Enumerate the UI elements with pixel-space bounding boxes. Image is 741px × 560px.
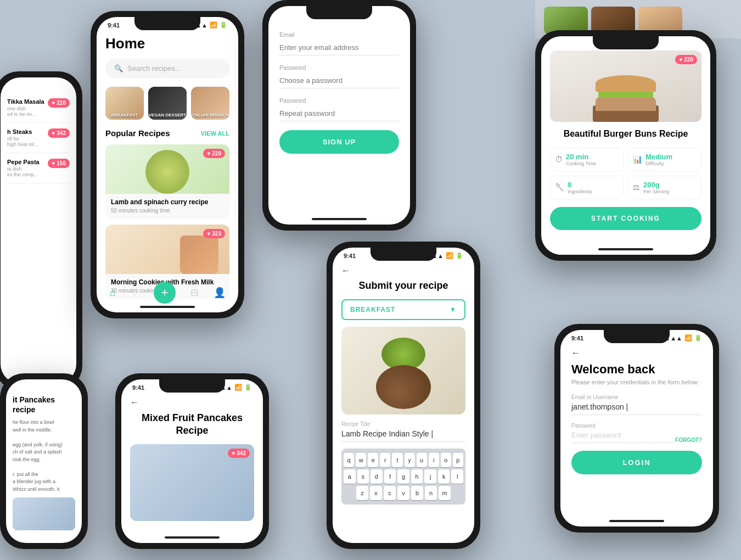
back-button[interactable]: ← [571, 348, 702, 358]
home-indicator [312, 218, 367, 220]
recipe-name: Pepe Pasta [7, 159, 40, 165]
keyboard: q w e r t y u i o p a s d f g h [341, 449, 465, 505]
login-screen: 9:41 ▲▲▲ 📶 🔋 ← Welcome back Please enter… [560, 330, 713, 527]
keyboard-row-1: q w e r t y u i o p [344, 453, 463, 467]
key-g[interactable]: g [397, 469, 409, 484]
favorites-nav-icon[interactable]: ♡ [130, 287, 139, 299]
key-w[interactable]: w [356, 453, 366, 467]
recipe-card-1[interactable]: ♥ 220 Lamb and spinach curry recipe 50 m… [105, 144, 229, 219]
recipe-name: Beautiful Burger Buns Recipe [550, 128, 701, 140]
key-u[interactable]: u [417, 453, 427, 467]
repeat-input[interactable] [279, 106, 399, 121]
recipe-desc: ta dishes the comp... [7, 166, 40, 177]
key-b[interactable]: b [411, 486, 423, 500]
key-j[interactable]: j [424, 469, 436, 484]
password-input[interactable]: Enter password [571, 431, 675, 443]
key-i[interactable]: i [429, 453, 439, 467]
notch [306, 6, 372, 19]
like-badge: ♥ 156 [48, 159, 70, 168]
recipe-desc: rill forhigh heat oil... [7, 136, 38, 147]
phone-pancakes: 9:41 ▲▲▲ 📶 🔋 ← Mixed Fruit Pancakes Reci… [115, 373, 269, 549]
phone-left-partial: Tikka Masala one dished to be on... ♥ 22… [0, 71, 82, 390]
pancakes-title: Mixed Fruit Pancakes Recipe [130, 412, 254, 438]
category-italian[interactable]: ITALIAN BRUNCH [191, 87, 229, 120]
list-item: Pepe Pasta ta dishes the comp... ♥ 156 [7, 153, 70, 183]
time: 9:41 [571, 335, 583, 341]
add-nav-button[interactable]: + [154, 282, 176, 304]
category-breakfast[interactable]: BREAKFAST [105, 87, 144, 120]
keyboard-row-3: z x c v b n m [344, 486, 463, 500]
signup-button[interactable]: SIGN UP [279, 130, 399, 154]
layers-nav-icon[interactable]: ⊟ [190, 287, 199, 299]
key-d[interactable]: d [370, 469, 383, 484]
popular-title: Popular Recipes [105, 128, 170, 138]
email-input[interactable] [279, 40, 399, 55]
profile-nav-icon[interactable]: 👤 [214, 287, 226, 299]
key-m[interactable]: m [439, 486, 451, 500]
like-badge: ♥ 220 [48, 98, 70, 108]
bottom-nav: ⌂ ♡ + ⊟ 👤 [97, 282, 238, 304]
recipe-title-input[interactable]: Lamb Recipe Indian Style | [341, 429, 465, 442]
recipe-partial-image [13, 497, 75, 530]
forgot-password-link[interactable]: FORGOT? [675, 437, 702, 443]
search-icon: 🔍 [114, 64, 123, 72]
key-c[interactable]: c [384, 486, 396, 500]
recipe-name: Tikka Masala [7, 98, 44, 105]
recipe-image: ♥ 220 [550, 51, 701, 122]
phone-detail: ♥ 220 Beautiful Burger Buns Recipe ⏱ 20 … [535, 30, 716, 261]
pancakes-content: ← Mixed Fruit Pancakes Recipe ♥ 342 [121, 393, 263, 525]
food-image [180, 236, 218, 274]
key-p[interactable]: p [453, 453, 463, 467]
key-f[interactable]: f [384, 469, 396, 484]
home-screen: 9:41 ▲▲▲ 📶 🔋 Home 🔍 Search recipes... BR… [97, 17, 238, 312]
food-image [145, 150, 189, 194]
recipe-partial-text: he flour into a bowlwell in the middle. … [13, 419, 75, 493]
password-label: Password [571, 423, 702, 429]
home-nav-icon[interactable]: ⌂ [109, 287, 115, 299]
category-vegan[interactable]: VEGAN DESSERT [148, 87, 187, 120]
stat-label: Difficulty [645, 161, 672, 166]
key-a[interactable]: a [344, 469, 356, 484]
key-z[interactable]: z [356, 486, 368, 500]
battery-icon: 🔋 [244, 384, 252, 391]
email-label: Email [279, 31, 399, 38]
back-button[interactable]: ← [341, 266, 465, 276]
view-all-button[interactable]: VIEW ALL [201, 130, 229, 137]
category-row: BREAKFAST VEGAN DESSERT ITALIAN BRUNCH [105, 87, 229, 120]
keyboard-row-2: a s d f g h j k l [344, 469, 463, 484]
key-e[interactable]: e [368, 453, 378, 467]
key-n[interactable]: n [425, 486, 437, 500]
key-o[interactable]: o [441, 453, 451, 467]
back-button[interactable]: ← [130, 397, 254, 407]
key-k[interactable]: k [438, 469, 450, 484]
list-item: h Steaks rill forhigh heat oil... ♥ 342 [7, 123, 70, 153]
login-button[interactable]: LOGIN [571, 451, 702, 474]
recipe-title-label: Recipe Title [341, 421, 465, 427]
email-group: Email [279, 31, 399, 55]
key-r[interactable]: r [380, 453, 390, 467]
email-input[interactable]: janet.thompson | [571, 402, 702, 415]
notch [593, 36, 659, 49]
key-s[interactable]: s [357, 469, 369, 484]
key-h[interactable]: h [411, 469, 423, 484]
difficulty-icon: 📊 [633, 155, 642, 164]
key-t[interactable]: t [392, 453, 402, 467]
key-x[interactable]: x [370, 486, 382, 500]
difficulty-stat: 📊 Medium Difficulty [628, 148, 701, 171]
recipe-time: 50 minutes cooking time [111, 208, 224, 214]
start-cooking-button[interactable]: START COOKING [550, 207, 701, 230]
key-l[interactable]: l [451, 469, 463, 484]
category-label: ITALIAN BRUNCH [191, 113, 229, 117]
battery-icon: 🔋 [694, 334, 702, 341]
repeat-password-group: Password [279, 97, 399, 121]
key-y[interactable]: y [405, 453, 415, 467]
time-icon: ⏱ [555, 155, 563, 164]
key-v[interactable]: v [397, 486, 409, 500]
home-title: Home [105, 35, 229, 52]
category-dropdown[interactable]: BREAKFAST ▼ [341, 299, 465, 320]
cooking-time-stat: ⏱ 20 min Cooking Time [550, 148, 624, 171]
search-bar[interactable]: 🔍 Search recipes... [105, 59, 229, 78]
stat-label: Cooking Time [566, 161, 596, 166]
key-q[interactable]: q [344, 453, 354, 467]
password-input[interactable] [279, 73, 399, 88]
